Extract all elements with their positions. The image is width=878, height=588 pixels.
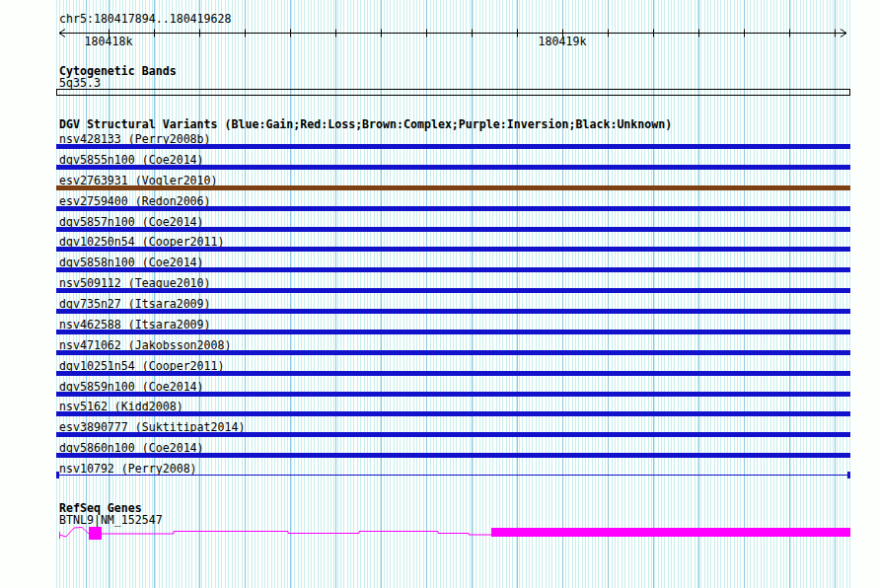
variant-bar[interactable] [56, 165, 850, 170]
variant-track-row: esv3890777 (Suktitipat2014) [0, 421, 878, 442]
variant-bar[interactable] [56, 206, 850, 211]
variant-bar[interactable] [56, 247, 850, 252]
genome-browser-view: chr5:180417894..180419628 180418k 180419… [0, 0, 878, 588]
variant-bar[interactable] [56, 227, 850, 232]
variant-track-row: dgv5859n100 (Coe2014) [0, 381, 878, 402]
section-title-dgv-structural-variants: DGV Structural Variants (Blue:Gain;Red:L… [59, 118, 672, 131]
gene-leading-squiggle [59, 528, 89, 538]
variant-bar[interactable] [56, 371, 850, 376]
refseq-gene-name-label[interactable]: BTNL9|NM_152547 [59, 514, 163, 527]
variant-track-row: nsv5162 (Kidd2008) [0, 401, 878, 421]
variant-track-row: esv2759400 (Redon2006) [0, 195, 878, 216]
variant-track-row: dgv10250n54 (Cooper2011) [0, 236, 878, 257]
variant-bar[interactable] [56, 453, 850, 458]
variant-track-row: esv2763931 (Vogler2010) [0, 175, 878, 195]
variant-bar[interactable] [56, 267, 850, 272]
variant-bar[interactable] [56, 144, 850, 149]
variant-track-row: nsv509112 (Teague2010) [0, 277, 878, 298]
variant-track-row: dgv10251n54 (Cooper2011) [0, 360, 878, 381]
coordinate-ruler [59, 30, 846, 37]
ruler-major-tick-label: 180418k [85, 36, 133, 48]
variant-bar[interactable] [56, 411, 850, 416]
variant-track-row: dgv5858n100 (Coe2014) [0, 257, 878, 277]
variant-bar[interactable] [56, 392, 850, 397]
refseq-gene-glyph[interactable] [59, 527, 850, 540]
cytogenetic-band-label[interactable]: 5q35.3 [59, 77, 101, 90]
variant-track-row: dgv5860n100 (Coe2014) [0, 442, 878, 463]
variant-track-row: dgv5857n100 (Coe2014) [0, 216, 878, 237]
gene-exon-box[interactable] [89, 527, 102, 540]
variant-track-row: nsv462588 (Itsara2009) [0, 319, 878, 339]
variant-track-row: dgv5855n100 (Coe2014) [0, 154, 878, 175]
variant-track-row: nsv471062 (Jakobsson2008) [0, 339, 878, 360]
variant-bar[interactable] [56, 185, 850, 190]
variant-track-row: dgv735n27 (Itsara2009) [0, 298, 878, 319]
variant-bar[interactable] [56, 288, 850, 293]
variant-span-line[interactable] [56, 472, 850, 478]
ruler-major-tick-label: 180419k [539, 36, 587, 48]
region-coordinates-title: chr5:180417894..180419628 [59, 13, 232, 26]
variant-bar[interactable] [56, 350, 850, 355]
cytogenetic-band-glyph[interactable] [56, 89, 850, 96]
variant-track-row: nsv10792 (Perry2008) [0, 463, 878, 483]
variant-bar[interactable] [56, 330, 850, 334]
gene-exon-box-large[interactable] [491, 528, 850, 537]
variant-bar[interactable] [56, 432, 850, 437]
gene-intron-line [102, 532, 491, 536]
variant-track-row: nsv428133 (Perry2008b) [0, 133, 878, 154]
variant-bar[interactable] [56, 309, 850, 314]
